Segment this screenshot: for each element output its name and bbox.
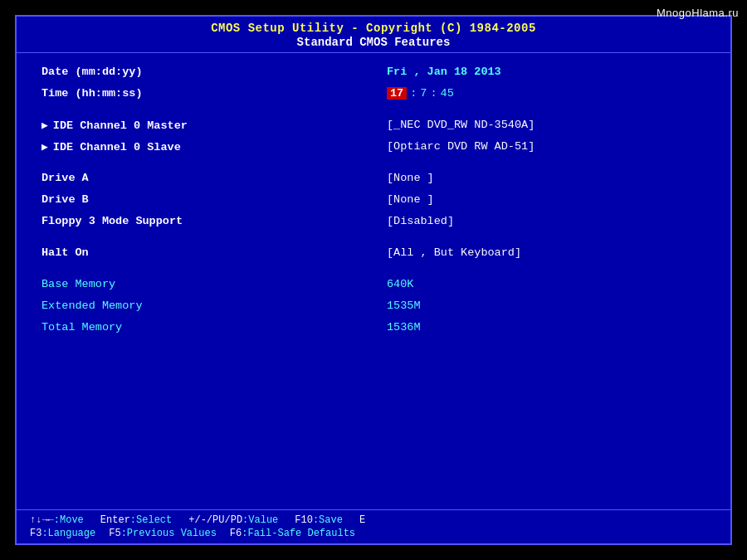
extended-memory-row: Extended Memory 1535M [42,299,706,320]
time-row: Time (hh:mm:ss) 17 : 7 : 45 [42,86,706,108]
drive-a-label: Drive A [42,172,89,184]
ide-slave-label: IDE Channel 0 Slave [53,141,181,153]
ide-master-value[interactable]: [_NEC DVD_RW ND-3540A] [387,119,535,131]
drive-b-value[interactable]: [None ] [387,193,434,206]
bios-footer: ↑↓→←:Move Enter:Select +/-/PU/PD:Value F… [17,509,730,543]
floppy-label: Floppy 3 Mode Support [42,215,183,227]
extended-memory-value: 1535M [387,299,421,312]
date-label: Date (mm:dd:yy) [42,66,143,78]
ide-master-arrow: ▶ [42,119,48,132]
bios-container: CMOS Setup Utility - Copyright (C) 1984-… [15,15,732,545]
base-memory-row: Base Memory 640K [42,277,706,299]
footer-value: +/-/PU/PD:Value [188,514,278,526]
halt-label: Halt On [42,246,89,259]
footer-previous: F5:Previous Values [109,528,217,539]
bios-header: CMOS Setup Utility - Copyright (C) 1984-… [17,17,730,53]
header-title: CMOS Setup Utility - Copyright (C) 1984-… [25,22,722,35]
spacer4 [42,267,706,277]
footer-failsafe: F6:Fail-Safe Defaults [230,528,355,539]
date-value[interactable]: Fri , Jan 18 2013 [387,66,501,78]
spacer2 [42,161,706,171]
floppy-row: Floppy 3 Mode Support [Disabled] [42,214,706,236]
drive-a-row: Drive A [None ] [42,171,706,192]
ide-master-row: ▶ IDE Channel 0 Master [_NEC DVD_RW ND-3… [42,118,706,139]
halt-value[interactable]: [All , But Keyboard] [387,246,521,259]
ide-slave-arrow: ▶ [42,140,48,153]
footer-save: F10:Save [295,514,343,526]
spacer3 [42,236,706,246]
time-minutes[interactable]: 7 [420,87,427,100]
ide-slave-value[interactable]: [Optiarc DVD RW AD-51] [387,140,535,153]
footer-move: ↑↓→←:Move [30,514,84,526]
drive-b-label: Drive B [42,193,89,206]
ide-slave-row: ▶ IDE Channel 0 Slave [Optiarc DVD RW AD… [42,139,706,161]
footer-extra: E [359,514,365,526]
time-label: Time (hh:mm:ss) [42,87,143,100]
time-hours[interactable]: 17 [387,87,407,100]
time-value[interactable]: 17 : 7 : 45 [387,87,454,100]
extended-memory-label: Extended Memory [42,299,143,312]
total-memory-value: 1536M [387,321,421,334]
drive-b-row: Drive B [None ] [42,192,706,214]
total-memory-label: Total Memory [42,321,122,334]
base-memory-label: Base Memory [42,278,115,290]
total-memory-row: Total Memory 1536M [42,320,706,342]
watermark: MnogoHlama.ru [657,7,739,19]
spacer1 [42,108,706,118]
base-memory-value: 640K [387,278,413,290]
header-subtitle: Standard CMOS Features [25,36,722,49]
footer-row1: ↑↓→←:Move Enter:Select +/-/PU/PD:Value F… [30,514,717,526]
halt-row: Halt On [All , But Keyboard] [42,246,706,267]
main-content: Date (mm:dd:yy) Fri , Jan 18 2013 Time (… [17,53,730,509]
floppy-value[interactable]: [Disabled] [387,215,454,227]
time-seconds[interactable]: 45 [441,87,454,100]
time-sep1: : [410,87,417,100]
footer-select: Enter:Select [100,514,172,526]
drive-a-value[interactable]: [None ] [387,172,434,184]
date-row: Date (mm:dd:yy) Fri , Jan 18 2013 [42,65,706,86]
footer-row2: F3:Language F5:Previous Values F6:Fail-S… [30,528,717,539]
time-sep2: : [430,87,437,100]
footer-language: F3:Language [30,528,95,539]
ide-master-label: IDE Channel 0 Master [53,119,188,132]
